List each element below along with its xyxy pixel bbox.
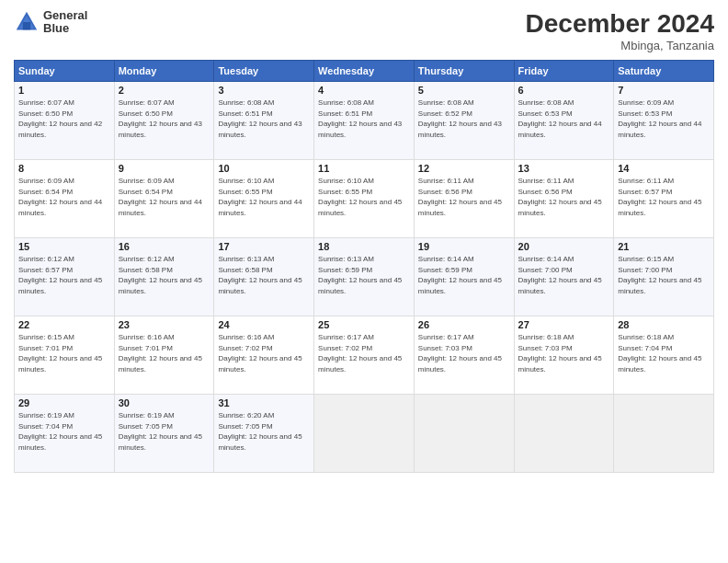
calendar-cell: 17 Sunrise: 6:13 AMSunset: 6:58 PMDaylig… [214, 238, 314, 316]
logo: General Blue [14, 9, 87, 36]
day-info: Sunrise: 6:09 AMSunset: 6:54 PMDaylight:… [119, 176, 210, 218]
day-info: Sunrise: 6:14 AMSunset: 6:59 PMDaylight:… [418, 254, 510, 296]
weekday-header-row: SundayMondayTuesdayWednesdayThursdayFrid… [15, 61, 714, 82]
calendar-cell: 4 Sunrise: 6:08 AMSunset: 6:51 PMDayligh… [314, 82, 415, 160]
weekday-header-wednesday: Wednesday [314, 61, 415, 82]
calendar-cell: 11 Sunrise: 6:10 AMSunset: 6:55 PMDaylig… [314, 160, 415, 238]
day-info: Sunrise: 6:09 AMSunset: 6:54 PMDaylight:… [18, 176, 110, 218]
day-info: Sunrise: 6:10 AMSunset: 6:55 PMDaylight:… [318, 176, 410, 218]
calendar-cell: 1 Sunrise: 6:07 AMSunset: 6:50 PMDayligh… [15, 82, 115, 160]
day-info: Sunrise: 6:08 AMSunset: 6:53 PMDaylight:… [518, 98, 610, 140]
calendar-cell [314, 395, 415, 473]
day-info: Sunrise: 6:18 AMSunset: 7:04 PMDaylight:… [618, 332, 710, 374]
calendar-cell: 6 Sunrise: 6:08 AMSunset: 6:53 PMDayligh… [514, 82, 614, 160]
calendar-cell: 16 Sunrise: 6:12 AMSunset: 6:58 PMDaylig… [114, 238, 214, 316]
calendar-cell: 5 Sunrise: 6:08 AMSunset: 6:52 PMDayligh… [414, 82, 514, 160]
day-number: 10 [218, 163, 310, 174]
day-number: 12 [418, 163, 510, 174]
day-info: Sunrise: 6:08 AMSunset: 6:51 PMDaylight:… [318, 98, 410, 140]
day-info: Sunrise: 6:14 AMSunset: 7:00 PMDaylight:… [518, 254, 610, 296]
calendar-table: SundayMondayTuesdayWednesdayThursdayFrid… [14, 60, 714, 473]
calendar-week-4: 22 Sunrise: 6:15 AMSunset: 7:01 PMDaylig… [15, 316, 714, 395]
calendar-cell: 28 Sunrise: 6:18 AMSunset: 7:04 PMDaylig… [614, 316, 714, 395]
day-info: Sunrise: 6:15 AMSunset: 7:00 PMDaylight:… [618, 254, 710, 296]
day-number: 24 [218, 319, 310, 330]
day-info: Sunrise: 6:18 AMSunset: 7:03 PMDaylight:… [518, 332, 610, 374]
calendar-cell: 14 Sunrise: 6:11 AMSunset: 6:57 PMDaylig… [614, 160, 714, 238]
day-number: 23 [119, 319, 210, 330]
day-number: 8 [18, 163, 110, 174]
svg-rect-2 [23, 22, 30, 29]
day-info: Sunrise: 6:10 AMSunset: 6:55 PMDaylight:… [218, 176, 310, 218]
day-info: Sunrise: 6:16 AMSunset: 7:01 PMDaylight:… [119, 332, 210, 374]
calendar-cell [414, 395, 514, 473]
day-number: 11 [318, 163, 410, 174]
day-info: Sunrise: 6:19 AMSunset: 7:05 PMDaylight:… [119, 410, 210, 453]
weekday-header-saturday: Saturday [614, 61, 714, 82]
day-number: 1 [18, 85, 110, 96]
calendar-cell: 21 Sunrise: 6:15 AMSunset: 7:00 PMDaylig… [614, 238, 714, 316]
weekday-header-friday: Friday [514, 61, 614, 82]
day-info: Sunrise: 6:11 AMSunset: 6:56 PMDaylight:… [518, 176, 610, 218]
day-number: 17 [218, 241, 310, 252]
day-info: Sunrise: 6:16 AMSunset: 7:02 PMDaylight:… [218, 332, 310, 374]
title-block: December 2024 Mbinga, Tanzania [526, 9, 714, 52]
calendar-week-2: 8 Sunrise: 6:09 AMSunset: 6:54 PMDayligh… [15, 160, 714, 238]
day-number: 28 [618, 319, 710, 330]
calendar-cell [514, 395, 614, 473]
day-number: 30 [119, 397, 210, 408]
day-number: 13 [518, 163, 610, 174]
day-number: 31 [218, 397, 310, 408]
day-number: 18 [318, 241, 410, 252]
day-number: 5 [418, 85, 510, 96]
calendar-cell: 30 Sunrise: 6:19 AMSunset: 7:05 PMDaylig… [114, 395, 214, 473]
calendar-cell: 29 Sunrise: 6:19 AMSunset: 7:04 PMDaylig… [15, 395, 115, 473]
calendar-cell: 22 Sunrise: 6:15 AMSunset: 7:01 PMDaylig… [15, 316, 115, 395]
day-info: Sunrise: 6:07 AMSunset: 6:50 PMDaylight:… [18, 98, 110, 140]
logo-line2: Blue [43, 22, 87, 35]
calendar-cell [614, 395, 714, 473]
calendar-cell: 15 Sunrise: 6:12 AMSunset: 6:57 PMDaylig… [15, 238, 115, 316]
logo-icon [14, 9, 40, 35]
logo-text: General Blue [43, 9, 87, 36]
day-number: 19 [418, 241, 510, 252]
calendar-page: General Blue December 2024 Mbinga, Tanza… [0, 0, 728, 563]
calendar-cell: 13 Sunrise: 6:11 AMSunset: 6:56 PMDaylig… [514, 160, 614, 238]
day-info: Sunrise: 6:20 AMSunset: 7:05 PMDaylight:… [218, 410, 310, 453]
calendar-cell: 2 Sunrise: 6:07 AMSunset: 6:50 PMDayligh… [114, 82, 214, 160]
calendar-cell: 26 Sunrise: 6:17 AMSunset: 7:03 PMDaylig… [414, 316, 514, 395]
calendar-cell: 18 Sunrise: 6:13 AMSunset: 6:59 PMDaylig… [314, 238, 415, 316]
calendar-cell: 10 Sunrise: 6:10 AMSunset: 6:55 PMDaylig… [214, 160, 314, 238]
logo-line1: General [43, 9, 87, 22]
page-header: General Blue December 2024 Mbinga, Tanza… [14, 9, 714, 52]
day-number: 27 [518, 319, 610, 330]
day-number: 22 [18, 319, 110, 330]
day-info: Sunrise: 6:17 AMSunset: 7:02 PMDaylight:… [318, 332, 410, 374]
calendar-cell: 3 Sunrise: 6:08 AMSunset: 6:51 PMDayligh… [214, 82, 314, 160]
day-info: Sunrise: 6:19 AMSunset: 7:04 PMDaylight:… [18, 410, 110, 453]
weekday-header-sunday: Sunday [15, 61, 115, 82]
calendar-week-3: 15 Sunrise: 6:12 AMSunset: 6:57 PMDaylig… [15, 238, 714, 316]
day-number: 25 [318, 319, 410, 330]
calendar-week-5: 29 Sunrise: 6:19 AMSunset: 7:04 PMDaylig… [15, 395, 714, 473]
day-info: Sunrise: 6:07 AMSunset: 6:50 PMDaylight:… [119, 98, 210, 140]
day-number: 15 [18, 241, 110, 252]
day-info: Sunrise: 6:13 AMSunset: 6:59 PMDaylight:… [318, 254, 410, 296]
day-number: 14 [618, 163, 710, 174]
calendar-week-1: 1 Sunrise: 6:07 AMSunset: 6:50 PMDayligh… [15, 82, 714, 160]
day-number: 9 [119, 163, 210, 174]
calendar-cell: 24 Sunrise: 6:16 AMSunset: 7:02 PMDaylig… [214, 316, 314, 395]
day-info: Sunrise: 6:08 AMSunset: 6:51 PMDaylight:… [218, 98, 310, 140]
day-info: Sunrise: 6:11 AMSunset: 6:56 PMDaylight:… [418, 176, 510, 218]
calendar-cell: 23 Sunrise: 6:16 AMSunset: 7:01 PMDaylig… [114, 316, 214, 395]
day-info: Sunrise: 6:13 AMSunset: 6:58 PMDaylight:… [218, 254, 310, 296]
day-number: 20 [518, 241, 610, 252]
weekday-header-tuesday: Tuesday [214, 61, 314, 82]
calendar-cell: 7 Sunrise: 6:09 AMSunset: 6:53 PMDayligh… [614, 82, 714, 160]
day-info: Sunrise: 6:11 AMSunset: 6:57 PMDaylight:… [618, 176, 710, 218]
calendar-cell: 12 Sunrise: 6:11 AMSunset: 6:56 PMDaylig… [414, 160, 514, 238]
calendar-cell: 20 Sunrise: 6:14 AMSunset: 7:00 PMDaylig… [514, 238, 614, 316]
day-number: 7 [618, 85, 710, 96]
calendar-cell: 9 Sunrise: 6:09 AMSunset: 6:54 PMDayligh… [114, 160, 214, 238]
day-number: 6 [518, 85, 610, 96]
